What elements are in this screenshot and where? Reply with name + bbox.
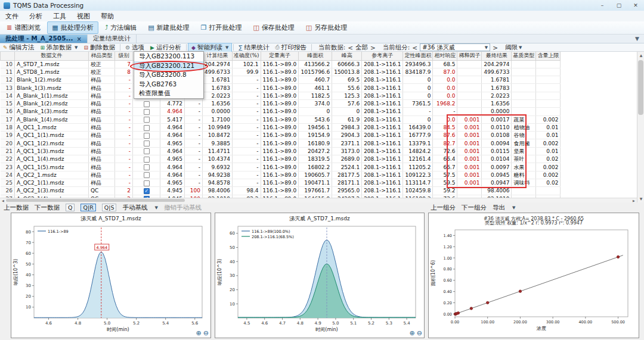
menu-tools[interactable]: 工具	[48, 11, 72, 21]
smart-judge-button[interactable]: ◆智能判读▼	[188, 43, 231, 52]
current-component-next-button[interactable]: >	[490, 44, 500, 51]
zoom-out-icon[interactable]: ⊖	[417, 329, 422, 337]
zoom-out-icon[interactable]: ⊖	[203, 329, 209, 337]
scroll-up-icon[interactable]: ▲	[637, 52, 644, 59]
options-button[interactable]: ⚙选项	[122, 43, 147, 52]
tab-overflow-icon[interactable]: ▼	[630, 35, 644, 43]
scrollbar-thumb[interactable]	[6, 199, 185, 202]
enable-checkbox[interactable]	[144, 133, 150, 139]
enable-checkbox[interactable]	[144, 141, 150, 146]
table-row[interactable]: 16A_Blank_1(3).msdz样品-4.964-0.0000-116.1…	[1, 108, 561, 116]
table-row[interactable]: 14A_Blank_1(1).msdz样品-4.650-2.0223-116.1…	[1, 92, 561, 99]
manual-baseline-button[interactable]: 手动基线	[122, 204, 147, 212]
open-batch-button[interactable]: ❐打开批处理	[196, 21, 247, 34]
table-row[interactable]: 22A_QC1_1(4).msdz样品-4.965-10.4374-116.1-…	[1, 155, 561, 163]
export-button[interactable]: 导出	[493, 204, 505, 212]
column-header[interactable]: 样品类型	[89, 52, 115, 60]
column-header[interactable]: 相对响应	[433, 52, 457, 60]
qr-button[interactable]: Q|R	[80, 204, 95, 211]
horizontal-scrollbar[interactable]: ◀ ▶	[0, 198, 637, 202]
enable-checkbox[interactable]	[144, 164, 150, 170]
enable-checkbox[interactable]	[144, 188, 150, 194]
menu-view[interactable]: 视图	[72, 11, 95, 21]
table-row[interactable]: 20A_QC1_1(2).msdz样品-4.965-9.3885-116.1->…	[1, 139, 561, 147]
add-data-button[interactable]: ⊞添加数据▼	[38, 43, 81, 52]
new-batch-button[interactable]: ▤新建批处理	[143, 21, 194, 34]
column-header[interactable]: 参考离子	[362, 52, 403, 60]
column-header[interactable]	[1, 52, 15, 60]
spectrum-browse-button[interactable]: ≣谱图浏览	[2, 21, 45, 34]
tab-batch[interactable]: 批处理 - M_A_2505...×	[0, 35, 88, 43]
zoom-in-icon[interactable]: ⊕	[196, 329, 202, 337]
enable-checkbox[interactable]	[144, 148, 150, 154]
table-row[interactable]: 18A_QC1_1.msdz样品-4.964-10.9949-116.1->89…	[1, 123, 561, 131]
zoom-in-icon[interactable]: ⊕	[410, 329, 415, 337]
table-row[interactable]: 11A_STD8_1.msdz校正8499.673399.9116.1->89.…	[1, 68, 561, 76]
threshold-button[interactable]: 阈限	[505, 43, 518, 52]
column-header[interactable]: 稀释因子	[457, 52, 482, 60]
delete-data-button[interactable]: ⊟删除数据	[80, 43, 118, 52]
batch-analysis-button[interactable]: ▦批处理分析	[47, 21, 98, 34]
table-row[interactable]: 26A_QC2_1(3).msdzQC24.94510098.400698.41…	[1, 187, 561, 195]
enable-checkbox[interactable]	[144, 172, 150, 178]
q-button[interactable]: Q	[66, 204, 75, 211]
vertical-scrollbar[interactable]: ▲ ▼	[637, 52, 644, 202]
current-component-combobox[interactable]: #36 涕灭威▼	[420, 43, 490, 51]
current-component-prev-button[interactable]: <	[410, 44, 420, 51]
enable-checkbox[interactable]	[144, 101, 150, 107]
current-data-prev-button[interactable]: <	[345, 44, 355, 51]
table-row[interactable]: 15A_Blank_1(2).msdz样品-4.772-1.6356-116.1…	[1, 99, 561, 107]
table-row[interactable]: 17A_Blank_1(4).msdz样品-5.417-1.7100-116.1…	[1, 116, 561, 123]
current-data-value[interactable]: 全部	[355, 43, 368, 52]
column-header[interactable]: 基质类型	[512, 52, 536, 60]
run-analysis-button[interactable]: ▶运行分析	[147, 43, 184, 52]
column-header[interactable]: 计算结果	[203, 52, 233, 60]
column-header[interactable]: 峰面积	[299, 52, 332, 60]
current-data-next-button[interactable]: >	[368, 44, 378, 51]
saveas-batch-button[interactable]: ◫另存批处理	[301, 21, 352, 34]
column-header[interactable]: 峰高	[332, 52, 362, 60]
menu-item-3[interactable]: 导入GB23200.8	[134, 70, 203, 80]
table-row[interactable]: 23A_QC1_1(5).msdz样品-4.964-9.6932-116.1->…	[1, 163, 561, 171]
table-row[interactable]: 10A_STD7_1.msdz校正7204.2974102.1116.1->89…	[1, 60, 561, 68]
table-row[interactable]: 24A_QC2_1.msdz样品-4.964-94.9238-116.1->89…	[1, 171, 561, 179]
tab-quant-stats[interactable]: 定量结果统计	[88, 35, 137, 43]
column-header[interactable]: 数据文件	[15, 52, 89, 60]
scroll-down-icon[interactable]: ▼	[637, 195, 644, 202]
menu-help[interactable]: 帮助	[95, 11, 119, 21]
close-button[interactable]: ✕	[627, 2, 644, 8]
menu-item-1[interactable]: 导入GB23200.113	[134, 52, 203, 61]
table-row[interactable]: 12Blank_1(2).msdz样品-1.6781-116.1->89.046…	[1, 76, 561, 84]
menu-file[interactable]: 文件	[0, 11, 24, 21]
column-header[interactable]: 准确度(%)	[233, 52, 261, 60]
print-report-button[interactable]: ⎙打印报告	[272, 43, 309, 52]
enable-checkbox[interactable]	[144, 117, 150, 123]
enable-checkbox[interactable]	[144, 109, 150, 115]
prev-data-button[interactable]: 上一数据	[4, 204, 29, 212]
qs-button[interactable]: Q|S	[102, 204, 117, 211]
menu-item-5[interactable]: 检查限量值	[134, 89, 203, 98]
menu-item-4[interactable]: 导入GB2763	[134, 80, 203, 89]
column-header[interactable]: 定性峰面积	[403, 52, 433, 60]
maximize-button[interactable]: ▢	[611, 2, 627, 8]
edit-method-button[interactable]: ✎编辑方法	[0, 43, 38, 52]
table-row[interactable]: 13Blank_1(3).msdz样品-1.6783-116.1->89.046…	[1, 84, 561, 92]
enable-checkbox[interactable]	[144, 125, 150, 131]
scrollbar-thumb[interactable]	[638, 60, 643, 115]
table-row[interactable]: 21A_QC1_1(3).msdz样品-4.964-11.4711-116.1-…	[1, 147, 561, 155]
save-batch-button[interactable]: ◫保存批处理	[248, 21, 299, 34]
table-row[interactable]: 19A_QC1_1(1).msdz样品-4.964-10.8472-116.1-…	[1, 132, 561, 139]
tab-close-icon[interactable]: ×	[76, 36, 81, 42]
next-data-button[interactable]: 下一数据	[35, 204, 60, 212]
next-component-button[interactable]: 下一组分	[462, 204, 487, 212]
menu-item-2[interactable]: 导入GB23200.121	[134, 61, 203, 71]
column-header[interactable]: 含量上限	[536, 52, 561, 60]
enable-checkbox[interactable]	[144, 180, 150, 186]
menu-analysis[interactable]: 分析	[24, 11, 48, 21]
column-header[interactable]: 级别	[115, 52, 133, 60]
minimize-button[interactable]: –	[594, 2, 611, 8]
enable-checkbox[interactable]	[144, 157, 150, 163]
table-row[interactable]: 25A_QC2_1(1).msdz样品-4.965-94.8578-116.1-…	[1, 179, 561, 186]
column-header[interactable]: 最终结果	[482, 52, 512, 60]
prev-component-button[interactable]: 上一组分	[431, 204, 456, 212]
